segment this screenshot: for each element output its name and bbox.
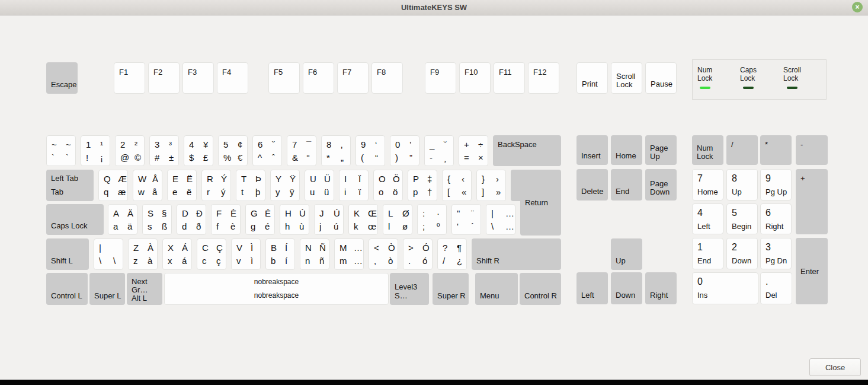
key-kp-5[interactable]: 5Begin — [726, 203, 758, 234]
key-bracketright[interactable]: }›]» — [476, 170, 506, 201]
key-u[interactable]: UÜuü — [305, 170, 334, 201]
key-down[interactable]: Down — [611, 272, 642, 304]
key-9[interactable]: 9‘(“ — [355, 135, 385, 166]
key-l[interactable]: LØlø — [383, 204, 412, 235]
key-kp-9[interactable]: 9Pg Up — [760, 169, 792, 201]
key-m[interactable]: M…m… — [334, 238, 364, 270]
key-j[interactable]: JÚjú — [314, 204, 344, 235]
key-q[interactable]: QÆqæ — [98, 170, 128, 201]
key-f6[interactable]: F6 — [303, 62, 334, 94]
key-scroll-lock[interactable]: ScrollLock — [611, 62, 642, 94]
key-kp-3[interactable]: 3Pg Dn — [760, 238, 792, 269]
key-x[interactable]: XÁxá — [162, 238, 192, 270]
key-right[interactable]: Right — [645, 272, 677, 304]
key-r[interactable]: RÝrý — [201, 170, 231, 201]
key-semicolon[interactable]: :·;º — [417, 204, 447, 235]
key-f7[interactable]: F7 — [337, 62, 369, 94]
key-super-l[interactable]: Super L — [89, 273, 125, 305]
key-f3[interactable]: F3 — [182, 62, 214, 94]
key-kp-multiply[interactable]: * — [760, 135, 792, 165]
key-num-lock[interactable]: NumLock — [692, 135, 723, 165]
key-kp-8[interactable]: 8Up — [726, 169, 758, 201]
key-escape[interactable]: Escape — [46, 62, 78, 94]
key-o[interactable]: OÖoö — [373, 170, 403, 201]
key-caps-lock[interactable]: Caps Lock — [46, 204, 104, 235]
key-comma[interactable]: <Ò,ò — [369, 238, 398, 270]
key-kp-add[interactable]: + — [796, 169, 828, 234]
key-menu[interactable]: Menu — [475, 273, 518, 305]
key-backslash[interactable]: |…\… — [486, 204, 515, 235]
key-f11[interactable]: F11 — [494, 62, 525, 94]
key-d[interactable]: DÐdð — [177, 204, 206, 235]
key-f2[interactable]: F2 — [148, 62, 180, 94]
key-end[interactable]: End — [611, 169, 642, 201]
key-kp-enter[interactable]: Enter — [796, 238, 828, 304]
key-delete[interactable]: Delete — [576, 169, 608, 201]
key-shift-l[interactable]: Shift L — [46, 238, 89, 270]
key-control-r[interactable]: Control R — [520, 273, 561, 305]
key-f9[interactable]: F9 — [425, 62, 456, 94]
key-f12[interactable]: F12 — [528, 62, 559, 94]
key-n[interactable]: NÑnñ — [300, 238, 329, 270]
key-kp-decimal[interactable]: .Del — [760, 272, 792, 304]
key-alt-l[interactable]: Next Gr…Alt L — [127, 273, 162, 305]
key-print[interactable]: Print — [576, 62, 608, 94]
key-f[interactable]: FÈfè — [211, 204, 241, 235]
key-insert[interactable]: Insert — [576, 135, 608, 165]
key-f10[interactable]: F10 — [459, 62, 491, 94]
key-tab[interactable]: Left TabTab — [46, 170, 94, 201]
key-kp-subtract[interactable]: - — [796, 135, 828, 165]
key-page-up[interactable]: PageUp — [645, 135, 677, 165]
key-1[interactable]: 1¹!¡ — [81, 135, 110, 166]
key-kp-6[interactable]: 6Right — [760, 203, 792, 234]
key-home[interactable]: Home — [611, 135, 642, 165]
key-pause[interactable]: Pause — [645, 62, 677, 94]
key-left[interactable]: Left — [576, 272, 608, 304]
key-kp-1[interactable]: 1End — [692, 238, 723, 269]
key-h[interactable]: HÙhù — [280, 204, 309, 235]
key-4[interactable]: 4¥$£ — [184, 135, 213, 166]
close-button[interactable]: Close — [809, 358, 861, 376]
key-i[interactable]: IÏiï — [339, 170, 369, 201]
key-t[interactable]: TÞtþ — [236, 170, 265, 201]
key-6[interactable]: 6ˇ^ˆ — [252, 135, 282, 166]
key-kp-2[interactable]: 2Down — [726, 238, 758, 269]
key-super-r[interactable]: Super R — [433, 273, 469, 305]
key-return[interactable]: Return — [520, 170, 561, 236]
key-z[interactable]: ZÀzà — [128, 238, 158, 270]
key-0[interactable]: 0’)” — [390, 135, 419, 166]
key-equal[interactable]: +÷=× — [459, 135, 488, 166]
key-kp-7[interactable]: 7Home — [692, 169, 723, 201]
key-7[interactable]: 7¯&° — [287, 135, 316, 166]
key-f4[interactable]: F4 — [217, 62, 248, 94]
key-p[interactable]: P‡p† — [408, 170, 437, 201]
key-backspace[interactable]: BackSpace — [493, 135, 561, 166]
key-3[interactable]: 3³#± — [149, 135, 179, 166]
key-f8[interactable]: F8 — [371, 62, 403, 94]
key-control-l[interactable]: Control L — [46, 273, 88, 305]
key-b[interactable]: BÍbí — [265, 238, 295, 270]
key-y[interactable]: YŸyÿ — [270, 170, 300, 201]
key-kp-divide[interactable]: / — [726, 135, 758, 165]
key-level3-shift[interactable]: Level3 S… — [390, 273, 429, 305]
key-page-down[interactable]: PageDown — [645, 169, 677, 201]
key-minus[interactable]: _˘-¸ — [424, 135, 454, 166]
key-k[interactable]: KŒkœ — [348, 204, 378, 235]
key-kp-0[interactable]: 0Ins — [692, 272, 758, 304]
key-2[interactable]: 2²@© — [115, 135, 145, 166]
key-apostrophe[interactable]: "¨'´ — [451, 204, 481, 235]
key-v[interactable]: VÌvì — [231, 238, 261, 270]
key-s[interactable]: S§sß — [142, 204, 172, 235]
key-g[interactable]: GÉgé — [245, 204, 275, 235]
key-w[interactable]: WÅwå — [133, 170, 162, 201]
key-f1[interactable]: F1 — [114, 62, 145, 94]
key-e[interactable]: EËeë — [167, 170, 197, 201]
key-shift-r[interactable]: Shift R — [472, 238, 561, 270]
key-slash[interactable]: ?¶/¿ — [437, 238, 467, 270]
key-kp-4[interactable]: 4Left — [692, 203, 723, 234]
key-up[interactable]: Up — [611, 238, 642, 270]
key-c[interactable]: CÇcç — [197, 238, 226, 270]
key-8[interactable]: 8‚*„ — [321, 135, 351, 166]
key-f5[interactable]: F5 — [268, 62, 300, 94]
key-grave[interactable]: ~~`` — [46, 135, 76, 166]
